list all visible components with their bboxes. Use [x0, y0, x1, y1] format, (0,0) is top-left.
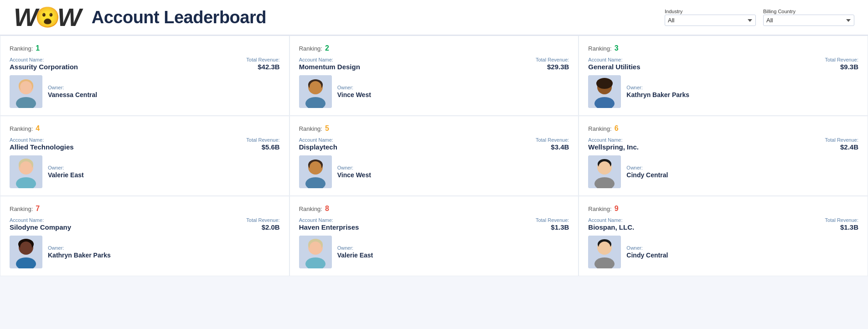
page-header: W 😮 W Account Leaderboard Industry All B…	[0, 0, 868, 35]
revenue-block: Total Revenue: $42.3B	[246, 57, 279, 71]
billing-country-filter: Billing Country All	[763, 9, 854, 26]
revenue-block: Total Revenue: $5.6B	[246, 137, 279, 151]
owner-label: Owner:	[337, 245, 373, 251]
ranking-label: Ranking:	[299, 206, 322, 212]
ranking-label: Ranking:	[299, 45, 322, 52]
owner-row: Owner: Vanessa Central	[10, 75, 280, 108]
revenue-value: $2.4B	[825, 143, 858, 151]
revenue-label: Total Revenue:	[536, 57, 569, 62]
account-info: Account Name: General Utilities Total Re…	[588, 57, 858, 71]
account-name-value: Allied Technologies	[10, 143, 74, 151]
account-block: Account Name: Assurity Corporation	[10, 57, 78, 71]
account-block: Account Name: Silodyne Company	[10, 217, 71, 231]
ranking-row: Ranking: 2	[299, 44, 569, 52]
ranking-label: Ranking:	[10, 206, 33, 212]
account-name-label: Account Name:	[10, 217, 71, 223]
revenue-label: Total Revenue:	[825, 57, 858, 62]
owner-row: Owner: Vince West	[299, 75, 569, 108]
billing-country-select[interactable]: All	[763, 15, 854, 26]
owner-label: Owner:	[626, 245, 668, 251]
leaderboard-card: Ranking: 2 Account Name: Momentum Design…	[289, 36, 579, 116]
revenue-block: Total Revenue: $1.3B	[536, 217, 569, 231]
owner-name: Valerie East	[48, 171, 84, 179]
leaderboard-card: Ranking: 7 Account Name: Silodyne Compan…	[0, 196, 289, 276]
revenue-block: Total Revenue: $2.0B	[246, 217, 279, 231]
ranking-label: Ranking:	[588, 45, 611, 52]
avatar	[10, 75, 42, 108]
revenue-label: Total Revenue:	[246, 217, 279, 223]
svg-point-9	[310, 81, 321, 93]
ranking-row: Ranking: 7	[10, 205, 280, 213]
leaderboard-card: Ranking: 3 Account Name: General Utiliti…	[579, 36, 868, 116]
ranking-label: Ranking:	[588, 125, 611, 132]
svg-point-4	[20, 81, 32, 93]
svg-point-29	[599, 161, 610, 173]
avatar	[588, 155, 621, 188]
revenue-label: Total Revenue:	[536, 217, 569, 223]
page-title: Account Leaderboard	[92, 8, 654, 27]
ranking-row: Ranking: 6	[588, 124, 858, 133]
leaderboard-grid: Ranking: 1 Account Name: Assurity Corpor…	[0, 35, 868, 276]
account-name-label: Account Name:	[10, 57, 78, 62]
revenue-label: Total Revenue:	[825, 217, 858, 223]
leaderboard-card: Ranking: 4 Account Name: Allied Technolo…	[0, 116, 289, 196]
ranking-row: Ranking: 3	[588, 44, 858, 52]
avatar	[588, 236, 621, 268]
owner-row: Owner: Vince West	[299, 155, 569, 188]
account-name-value: Displaytech	[299, 143, 337, 151]
avatar	[588, 75, 621, 108]
ranking-row: Ranking: 1	[10, 44, 280, 52]
owner-label: Owner:	[48, 85, 97, 90]
owner-name: Vince West	[337, 171, 371, 179]
account-info: Account Name: Haven Enterprises Total Re…	[299, 217, 569, 231]
logo-w-right: W	[57, 5, 81, 30]
owner-label: Owner:	[626, 85, 689, 90]
svg-point-44	[599, 242, 610, 253]
revenue-block: Total Revenue: $2.4B	[825, 137, 858, 151]
account-block: Account Name: Displaytech	[299, 137, 337, 151]
account-info: Account Name: Wellspring, Inc. Total Rev…	[588, 137, 858, 151]
revenue-value: $5.6B	[246, 143, 279, 151]
industry-filter: Industry All	[665, 9, 756, 26]
owner-label: Owner:	[48, 245, 111, 251]
account-info: Account Name: Momentum Design Total Reve…	[299, 57, 569, 71]
owner-info: Owner: Kathryn Baker Parks	[626, 85, 689, 98]
industry-select[interactable]: All	[665, 15, 756, 26]
owner-info: Owner: Cindy Central	[626, 245, 668, 259]
account-block: Account Name: Wellspring, Inc.	[588, 137, 639, 151]
owner-row: Owner: Cindy Central	[588, 155, 858, 188]
revenue-value: $1.3B	[825, 223, 858, 231]
logo: W 😮 W	[14, 5, 81, 30]
leaderboard-card: Ranking: 5 Account Name: Displaytech Tot…	[289, 116, 579, 196]
account-name-label: Account Name:	[588, 137, 639, 143]
ranking-row: Ranking: 8	[299, 205, 569, 213]
owner-name: Cindy Central	[626, 171, 668, 179]
logo-w-left: W	[14, 5, 37, 30]
owner-info: Owner: Vince West	[337, 85, 371, 98]
account-info: Account Name: Allied Technologies Total …	[10, 137, 280, 151]
owner-name: Valerie East	[337, 252, 373, 259]
account-info: Account Name: Assurity Corporation Total…	[10, 57, 280, 71]
svg-point-34	[20, 242, 32, 253]
owner-info: Owner: Vanessa Central	[48, 85, 97, 98]
ranking-number: 7	[36, 205, 40, 213]
owner-name: Vince West	[337, 91, 371, 98]
account-block: Account Name: Allied Technologies	[10, 137, 74, 151]
avatar	[299, 236, 332, 268]
ranking-number: 2	[325, 44, 329, 52]
leaderboard-card: Ranking: 8 Account Name: Haven Enterpris…	[289, 196, 579, 276]
ranking-label: Ranking:	[299, 125, 322, 132]
account-name-value: Silodyne Company	[10, 223, 71, 231]
leaderboard-card: Ranking: 9 Account Name: Biospan, LLC. T…	[579, 196, 868, 276]
owner-row: Owner: Valerie East	[10, 155, 280, 188]
leaderboard-card: Ranking: 1 Account Name: Assurity Corpor…	[0, 36, 289, 116]
account-name-value: General Utilities	[588, 63, 640, 71]
revenue-value: $9.3B	[825, 63, 858, 71]
account-block: Account Name: Biospan, LLC.	[588, 217, 634, 231]
leaderboard-card: Ranking: 6 Account Name: Wellspring, Inc…	[579, 116, 868, 196]
account-info: Account Name: Silodyne Company Total Rev…	[10, 217, 280, 231]
owner-name: Kathryn Baker Parks	[626, 91, 689, 98]
revenue-label: Total Revenue:	[825, 137, 858, 143]
owner-info: Owner: Cindy Central	[626, 165, 668, 179]
revenue-label: Total Revenue:	[246, 57, 279, 62]
